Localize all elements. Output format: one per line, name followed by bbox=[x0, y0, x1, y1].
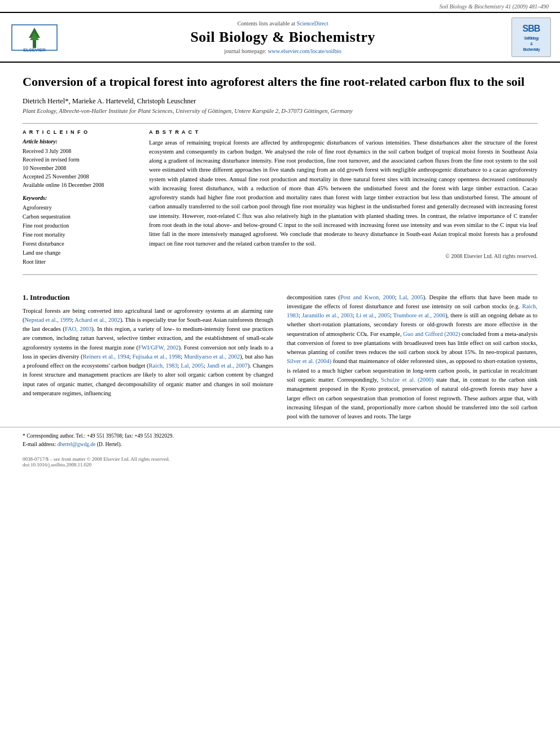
footer-doi: doi:10.1016/j.soilbio.2008.11.020 bbox=[23, 462, 537, 468]
ref-post[interactable]: Post and Kwon, 2000 bbox=[340, 294, 395, 300]
keyword-7: Root litter bbox=[23, 257, 135, 267]
journal-header: ELSEVIER Contents lists available at Sci… bbox=[0, 12, 560, 63]
copyright: © 2008 Elsevier Ltd. All rights reserved… bbox=[149, 253, 537, 259]
history-online: Available online 16 December 2008 bbox=[23, 181, 135, 189]
svg-text:ELSEVIER: ELSEVIER bbox=[23, 47, 46, 53]
keyword-2: Carbon sequestration bbox=[23, 212, 135, 221]
ref-fao[interactable]: FAO, 2003 bbox=[65, 326, 91, 332]
sciencedirect-link[interactable]: ScienceDirect bbox=[296, 20, 328, 27]
footnote-1: * Corresponding author. Tel.: +49 551 39… bbox=[23, 432, 537, 440]
keyword-4: Fine root mortality bbox=[23, 230, 135, 239]
ref-guo[interactable]: Guo and Gifford (2002) bbox=[403, 331, 460, 337]
intro-para-left: Tropical forests are being converted int… bbox=[23, 307, 273, 399]
history-revised-date: 10 November 2008 bbox=[23, 164, 135, 172]
keywords-label: Keywords: bbox=[23, 195, 135, 201]
ref-nepstad[interactable]: Nepstad et al., 1999 bbox=[25, 317, 72, 323]
ref-reiners[interactable]: Reiners et al., 1994 bbox=[83, 353, 129, 360]
ref-fujisaka[interactable]: Fujisaka et al., 1998 bbox=[132, 353, 181, 360]
footnote-2: E-mail address: dhertel@gwdg.de (D. Hert… bbox=[23, 440, 537, 448]
affiliation: Plant Ecology, Albrecht-von-Haller Insti… bbox=[23, 108, 537, 114]
ref-raich[interactable]: Raich, 1983 bbox=[149, 362, 178, 369]
article-two-col: A R T I C L E I N F O Article history: R… bbox=[23, 129, 537, 267]
ref-trumbore[interactable]: Trumbore et al., 2006 bbox=[393, 312, 445, 318]
keyword-3: Fine root production bbox=[23, 221, 135, 230]
abstract-col: A B S T R A C T Large areas of remaining… bbox=[149, 129, 537, 267]
sbb-logo-svg: SBB Soil Biology & Biochemistry bbox=[512, 18, 550, 56]
svg-text:Soil Biology: Soil Biology bbox=[524, 36, 539, 41]
keyword-6: Land use change bbox=[23, 248, 135, 257]
article-info-col: A R T I C L E I N F O Article history: R… bbox=[23, 129, 135, 267]
ref-schulze[interactable]: Schulze et al. (2000) bbox=[381, 377, 434, 383]
ref-achard[interactable]: Achard et al., 2002 bbox=[75, 317, 120, 323]
ref-murdiyarso[interactable]: Murdiyarso et al., 2002 bbox=[184, 353, 240, 360]
ref-silver[interactable]: Silver et al. (2004) bbox=[287, 358, 331, 364]
svg-text:SBB: SBB bbox=[523, 24, 540, 33]
sbb-logo-area: SBB Soil Biology & Biochemistry bbox=[506, 18, 551, 57]
homepage-link[interactable]: www.elsevier.com/locate/soilbio bbox=[268, 48, 341, 54]
elsevier-tree-svg: ELSEVIER bbox=[9, 22, 60, 53]
history-accepted: Accepted 25 November 2008 bbox=[23, 172, 135, 181]
divider-bottom bbox=[23, 274, 537, 275]
keyword-5: Forest disturbance bbox=[23, 239, 135, 248]
divider-top bbox=[23, 123, 537, 124]
intro-title: 1. Introduction bbox=[23, 293, 273, 302]
journal-ref: Soil Biology & Biochemistry 41 (2009) 48… bbox=[439, 3, 549, 10]
history-received: Received 3 July 2008 bbox=[23, 147, 135, 155]
authors: Dietrich Hertel*, Marieke A. Harteveld, … bbox=[23, 97, 537, 106]
article-title: Conversion of a tropical forest into agr… bbox=[23, 74, 537, 90]
svg-text:Biochemistry: Biochemistry bbox=[523, 47, 540, 52]
ref-fwi[interactable]: FWI/GFW, 2002 bbox=[138, 344, 178, 351]
journal-meta: Soil Biology & Biochemistry 41 (2009) 48… bbox=[0, 0, 560, 12]
intro-left-col: 1. Introduction Tropical forests are bei… bbox=[23, 293, 273, 422]
introduction-section: 1. Introduction Tropical forests are bei… bbox=[0, 293, 560, 422]
svg-rect-1 bbox=[33, 40, 36, 48]
elsevier-logo: ELSEVIER bbox=[9, 20, 60, 54]
ref-jaramillo[interactable]: Jaramillo et al., 2003 bbox=[302, 312, 353, 318]
ref-lal2[interactable]: Lal, 2005 bbox=[399, 294, 423, 300]
ref-lal[interactable]: Lal, 2005 bbox=[181, 362, 204, 369]
footnote-area: * Corresponding author. Tel.: +49 551 39… bbox=[0, 427, 560, 448]
email-link[interactable]: dhertel@gwdg.de bbox=[58, 442, 96, 447]
contents-line: Contents lists available at ScienceDirec… bbox=[65, 20, 500, 27]
page: Soil Biology & Biochemistry 41 (2009) 48… bbox=[0, 0, 560, 747]
keyword-1: Agroforestry bbox=[23, 203, 135, 212]
abstract-text: Large areas of remaining tropical forest… bbox=[149, 138, 537, 248]
ref-li[interactable]: Li et al., 2005 bbox=[356, 312, 390, 318]
abstract-heading: A B S T R A C T bbox=[149, 129, 537, 135]
page-footer: 0038-0717/$ – see front matter © 2008 El… bbox=[0, 453, 560, 471]
article-content: Conversion of a tropical forest into agr… bbox=[0, 63, 560, 286]
article-info-heading: A R T I C L E I N F O bbox=[23, 129, 135, 135]
sbb-logo: SBB Soil Biology & Biochemistry bbox=[511, 18, 551, 57]
homepage-line: journal homepage: www.elsevier.com/locat… bbox=[65, 48, 500, 54]
history-label: Article history: bbox=[23, 138, 135, 145]
intro-right-col: decomposition rates (Post and Kwon, 2000… bbox=[287, 293, 537, 422]
intro-para-right: decomposition rates (Post and Kwon, 2000… bbox=[287, 293, 537, 422]
ref-jandl[interactable]: Jandl et al., 2007 bbox=[207, 362, 248, 369]
header-center: Contents lists available at ScienceDirec… bbox=[65, 20, 500, 54]
footer-issn: 0038-0717/$ – see front matter © 2008 El… bbox=[23, 456, 537, 462]
history-revised-label: Received in revised form bbox=[23, 155, 135, 164]
journal-title: Soil Biology & Biochemistry bbox=[65, 29, 500, 46]
